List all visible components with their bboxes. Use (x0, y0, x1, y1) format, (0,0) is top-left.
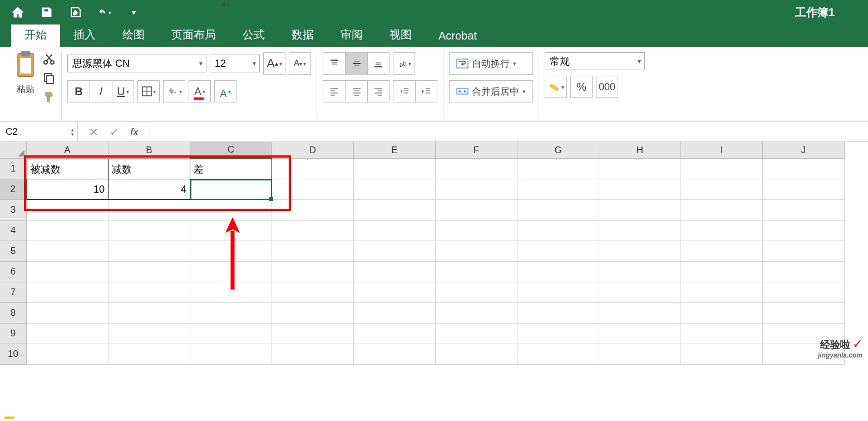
row-header-7[interactable]: 7 (0, 282, 27, 303)
cell-a1[interactable]: 被减数 (27, 159, 108, 179)
col-header-f[interactable]: F (436, 142, 517, 159)
cell-h1[interactable] (599, 159, 681, 179)
cell-j1[interactable] (763, 159, 845, 179)
col-header-h[interactable]: H (599, 142, 681, 159)
name-box[interactable]: C2 ▴▾ (0, 122, 78, 141)
align-right-button[interactable] (367, 80, 389, 102)
font-color-button[interactable]: A (189, 80, 211, 102)
format-painter-icon[interactable] (42, 90, 56, 104)
col-header-j[interactable]: J (763, 142, 845, 159)
col-header-g[interactable]: G (517, 142, 599, 159)
row-header-4[interactable]: 4 (0, 221, 27, 241)
row-header-8[interactable]: 8 (0, 303, 27, 324)
align-top-button[interactable] (323, 52, 345, 75)
cell-a6[interactable] (27, 262, 108, 282)
col-header-e[interactable]: E (354, 142, 436, 159)
cell-b2[interactable]: 4 (108, 179, 190, 200)
svg-point-4 (51, 61, 54, 64)
paste-button[interactable]: 粘贴 (12, 50, 39, 95)
cell-d1[interactable] (272, 159, 354, 179)
edit-icon[interactable] (69, 6, 82, 19)
currency-button[interactable] (545, 76, 567, 98)
col-header-b[interactable]: B (108, 142, 190, 159)
font-size-combo[interactable]: 12 (210, 55, 260, 72)
col-header-a[interactable]: A (27, 142, 108, 159)
cell-i2[interactable] (681, 179, 763, 200)
select-all-corner[interactable] (0, 142, 27, 159)
decrease-indent-button[interactable] (393, 80, 415, 102)
formula-input[interactable] (150, 122, 868, 141)
cell-a9[interactable] (27, 324, 108, 344)
cell-a4[interactable] (27, 221, 108, 241)
cell-a3[interactable] (27, 200, 108, 221)
row-header-2[interactable]: 2 (0, 179, 27, 200)
cell-c1[interactable]: 差 (190, 159, 272, 179)
tab-insert[interactable]: 插入 (60, 23, 109, 47)
row-header-10[interactable]: 10 (0, 344, 27, 365)
cell-f1[interactable] (436, 159, 517, 179)
col-header-i[interactable]: I (681, 142, 763, 159)
cell-c2[interactable] (190, 179, 272, 200)
tab-draw[interactable]: 绘图 (109, 23, 158, 47)
number-format-combo[interactable]: 常规 (545, 52, 645, 70)
cell-a7[interactable] (27, 282, 108, 303)
cell-e2[interactable] (354, 179, 436, 200)
italic-button[interactable]: I (90, 80, 112, 102)
tab-view[interactable]: 视图 (376, 23, 425, 47)
confirm-formula-icon[interactable]: ✓ (110, 125, 119, 139)
comma-style-button[interactable]: 000 (596, 76, 618, 98)
align-middle-button[interactable] (345, 52, 367, 75)
copy-icon[interactable] (42, 71, 56, 85)
cell-a8[interactable] (27, 303, 108, 324)
cell-a2[interactable]: 10 (27, 179, 108, 200)
cell-f2[interactable] (436, 179, 517, 200)
row-header-5[interactable]: 5 (0, 241, 27, 262)
save-icon[interactable] (40, 6, 53, 19)
cell-i1[interactable] (681, 159, 763, 179)
cell-g1[interactable] (517, 159, 599, 179)
cancel-formula-icon[interactable]: ✕ (89, 125, 98, 139)
align-bottom-button[interactable] (367, 52, 389, 75)
cell-b1[interactable]: 减数 (108, 159, 190, 179)
decrease-font-button[interactable]: A▾ (289, 52, 311, 75)
cell-grid[interactable]: 被减数 减数 差 10 4 (27, 159, 845, 365)
tab-formula[interactable]: 公式 (229, 23, 278, 47)
underline-button[interactable]: U (112, 80, 134, 102)
customize-dropdown-icon[interactable]: ▾ (127, 6, 140, 19)
cell-g2[interactable] (517, 179, 599, 200)
cell-j2[interactable] (763, 179, 845, 200)
tab-data[interactable]: 数据 (278, 23, 327, 47)
tab-home[interactable]: 开始 (11, 23, 60, 47)
row-header-9[interactable]: 9 (0, 324, 27, 344)
cut-icon[interactable] (42, 52, 56, 66)
align-center-button[interactable] (345, 80, 367, 102)
orientation-button[interactable]: ab (393, 52, 415, 75)
font-name-combo[interactable]: 思源黑体 CN (67, 55, 206, 72)
merge-center-button[interactable]: 合并后居中 ▾ (449, 80, 533, 102)
row-header-3[interactable]: 3 (0, 200, 27, 221)
fill-color-button[interactable] (163, 80, 185, 102)
row-header-1[interactable]: 1 (0, 159, 27, 179)
borders-button[interactable] (137, 80, 160, 102)
cell-h2[interactable] (599, 179, 681, 200)
increase-indent-button[interactable] (415, 80, 437, 102)
align-left-button[interactable] (323, 80, 345, 102)
phonetic-button[interactable]: abcA (214, 80, 236, 102)
bold-button[interactable]: B (67, 80, 90, 102)
cell-e1[interactable] (354, 159, 436, 179)
tab-page-layout[interactable]: 页面布局 (158, 23, 229, 47)
cell-a5[interactable] (27, 241, 108, 262)
cell-a10[interactable] (27, 344, 108, 365)
home-icon[interactable] (11, 6, 24, 19)
col-header-d[interactable]: D (272, 142, 354, 159)
undo-icon[interactable]: ▾ (98, 6, 111, 19)
fx-icon[interactable]: fx (130, 126, 139, 138)
col-header-c[interactable]: C (190, 142, 272, 159)
increase-font-button[interactable]: A▴ (263, 52, 285, 75)
percent-button[interactable]: % (570, 76, 593, 98)
tab-acrobat[interactable]: Acrobat (425, 25, 490, 47)
cell-d2[interactable] (272, 179, 354, 200)
row-header-6[interactable]: 6 (0, 262, 27, 282)
wrap-text-button[interactable]: 自动换行 ▾ (449, 52, 533, 75)
tab-review[interactable]: 审阅 (327, 23, 376, 47)
